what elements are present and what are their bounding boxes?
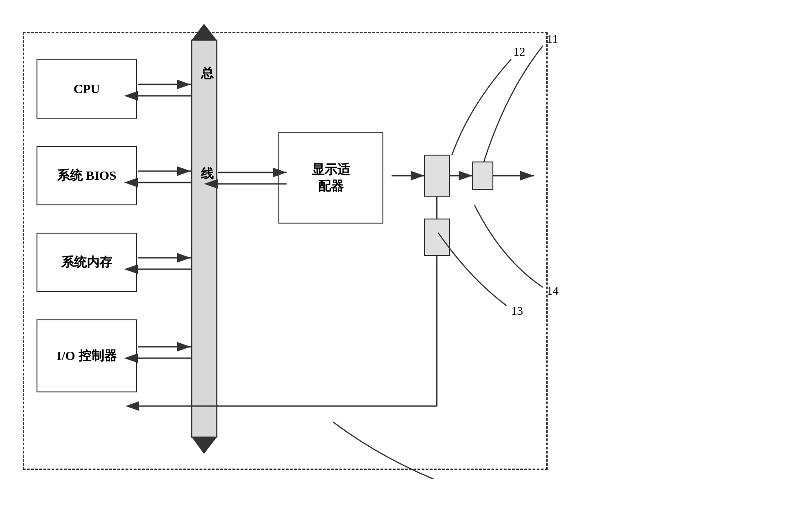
- io-label: I/O 控制器: [57, 347, 116, 365]
- cpu-label: CPU: [73, 82, 100, 96]
- display-adapter-box: 显示适配器: [278, 132, 383, 224]
- svg-text:11: 11: [547, 32, 558, 46]
- bios-label: 系统 BIOS: [57, 167, 116, 184]
- svg-text:14: 14: [547, 284, 559, 297]
- memory-label: 系统内存: [61, 254, 112, 271]
- bios-box: 系统 BIOS: [37, 146, 137, 205]
- adapter-label: 显示适配器: [312, 162, 350, 195]
- io-box: I/O 控制器: [37, 319, 137, 392]
- diagram-container: CPU 系统 BIOS 系统内存 I/O 控制器 显示适配器: [14, 23, 785, 506]
- cpu-box: CPU: [37, 59, 137, 119]
- svg-text:15: 15: [438, 478, 450, 479]
- memory-box: 系统内存: [37, 233, 137, 292]
